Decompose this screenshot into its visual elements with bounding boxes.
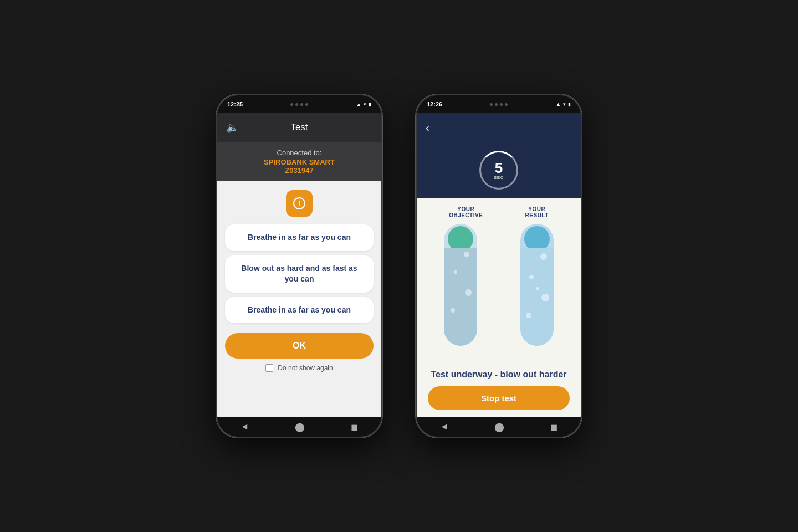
signal-icon2: ▲ (556, 101, 561, 107)
bubble1 (451, 308, 455, 313)
back-nav-button2[interactable]: ◄ (440, 422, 449, 432)
back-button[interactable]: ‹ (426, 121, 429, 134)
timer-unit: SEC (494, 175, 504, 180)
phones-container: 12:25 ▲ ▾ ▮ 🔈 Test Connected to: (216, 94, 582, 438)
battery-icon: ▮ (369, 101, 371, 107)
phone2-nav-bar: ◄ ⬤ ◼ (417, 417, 581, 437)
instruction-text-3: Breathe in as far as you can (248, 305, 351, 314)
home-nav-button2[interactable]: ⬤ (494, 422, 504, 432)
phone1-volume-icon: 🔈 (226, 121, 238, 134)
dot2 (495, 103, 498, 106)
bubble9 (536, 287, 539, 290)
phone1-connected-bar: Connected to: SPIROBANK SMARTZ031947 (217, 142, 381, 181)
home-nav-button[interactable]: ⬤ (295, 422, 305, 432)
result-label: YOURRESULT (525, 206, 549, 218)
result-tube (520, 224, 554, 346)
do-not-show-checkbox[interactable] (265, 364, 273, 372)
modal-warning-icon-container: ! (286, 190, 313, 217)
phone1-status-bar: 12:25 ▲ ▾ ▮ (217, 95, 381, 113)
dot4 (505, 103, 508, 106)
dot4 (305, 103, 308, 106)
result-tube-wrapper (504, 224, 570, 362)
phone1-title: Test (290, 122, 308, 133)
tubes-container (428, 224, 570, 362)
phone1-modal-area: ! Breathe in as far as you can Blow out … (217, 181, 381, 417)
wifi-icon2: ▾ (563, 101, 566, 107)
phone1-connected-label: Connected to: (224, 149, 375, 157)
bubble2 (465, 289, 472, 296)
bubble7 (529, 275, 534, 279)
do-not-show-label: Do not show again (278, 364, 332, 372)
columns-header: YOUROBJECTIVE YOURRESULT (428, 206, 570, 218)
objective-tube-wrapper (428, 224, 493, 362)
instruction-card-2: Blow out as hard and as fast as you can (225, 255, 374, 293)
phone2-app-header: ‹ (417, 113, 581, 142)
wifi-icon: ▾ (364, 101, 366, 107)
dot2 (295, 103, 298, 106)
instruction-text-2: Blow out as hard and as fast as you can (241, 264, 357, 284)
timer-number: 5 (495, 161, 503, 175)
timer-circle: 5 SEC (479, 151, 518, 190)
phone2-status-icons: ▲ ▾ ▮ (556, 101, 571, 107)
do-not-show-row: Do not show again (265, 364, 332, 372)
result-tube-fill (520, 248, 554, 346)
dot1 (290, 103, 293, 106)
bubble4 (464, 252, 469, 257)
dot3 (300, 103, 303, 106)
test-status-message: Test underway - blow out harder (431, 369, 566, 381)
bubble8 (540, 253, 547, 260)
bubble6 (541, 294, 549, 301)
back-nav-button[interactable]: ◄ (241, 422, 249, 432)
phone2-screen: ‹ 5 SEC YOUROBJECTIVE YOURRESULT (417, 113, 581, 437)
phone1: 12:25 ▲ ▾ ▮ 🔈 Test Connected to: (216, 94, 382, 438)
phone1-device-name: SPIROBANK SMARTZ031947 (224, 158, 375, 175)
timer-section: 5 SEC (417, 142, 581, 198)
objective-label: YOUROBJECTIVE (449, 206, 483, 218)
side-button-left2 (416, 151, 417, 173)
battery-icon2: ▮ (568, 101, 571, 107)
signal-icon: ▲ (356, 101, 361, 107)
recent-nav-button[interactable]: ◼ (351, 422, 358, 432)
recent-nav-button2[interactable]: ◼ (550, 422, 557, 432)
objective-tube-fill (444, 248, 477, 346)
side-button-right (381, 162, 382, 195)
dot1 (490, 103, 493, 106)
phone2-notch (490, 103, 508, 106)
phone1-status-icons: ▲ ▾ ▮ (356, 101, 371, 107)
phone2-time: 12:26 (427, 101, 442, 108)
modal-warning-icon: ! (293, 197, 305, 209)
bubble5 (526, 313, 531, 318)
instruction-text-1: Breathe in as far as you can (248, 233, 351, 242)
instruction-card-1: Breathe in as far as you can (225, 224, 374, 251)
objective-tube (444, 224, 477, 346)
bubble3 (454, 270, 457, 274)
stop-test-button[interactable]: Stop test (428, 386, 570, 410)
phone1-app-header: 🔈 Test (217, 113, 381, 142)
phone2: 12:26 ▲ ▾ ▮ ‹ 5 SEC (416, 94, 582, 438)
phone1-nav-bar: ◄ ⬤ ◼ (217, 417, 381, 437)
phone2-main: YOUROBJECTIVE YOURRESULT (417, 198, 581, 417)
instruction-card-3: Breathe in as far as you can (225, 297, 374, 324)
phone1-notch (290, 103, 308, 106)
phone1-time: 12:25 (227, 101, 243, 108)
phone2-status-bar: 12:26 ▲ ▾ ▮ (417, 95, 581, 113)
side-button-left (216, 151, 217, 173)
side-button-right2 (581, 162, 582, 195)
phone1-screen: 🔈 Test Connected to: SPIROBANK SMARTZ031… (217, 113, 381, 437)
ok-button[interactable]: OK (225, 333, 374, 359)
dot3 (500, 103, 503, 106)
